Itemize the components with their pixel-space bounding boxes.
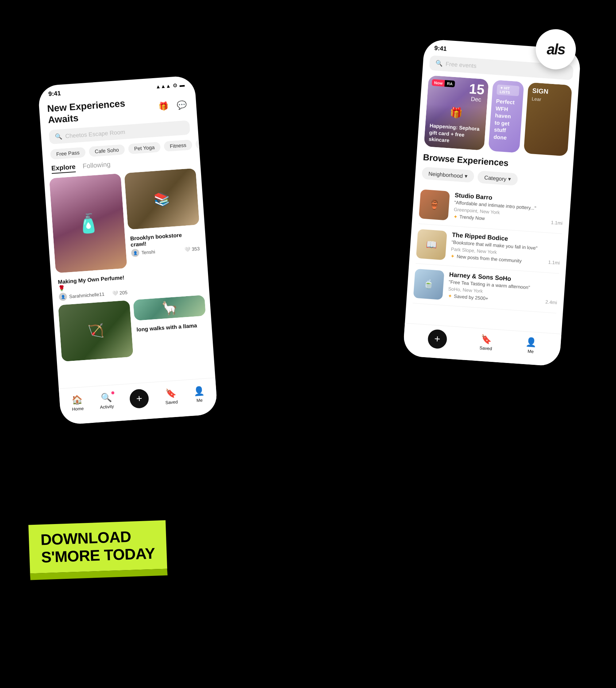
left-phone: 9:41 ▲▲▲ ⊙ ▬ New Experiences Awaits 🎁 💬 … [38, 75, 218, 425]
post-bookstore[interactable]: 📚 [124, 168, 199, 230]
post-llama[interactable]: 🦙 [133, 295, 206, 321]
post-perfume[interactable]: 🧴 [49, 173, 127, 273]
tag-well[interactable]: Well [195, 139, 200, 150]
saved-icon: 🔖 [165, 387, 177, 398]
studio-barro-thumb: 🏺 [419, 189, 450, 220]
sign-sub: Lear [532, 96, 567, 104]
llama-caption: long walks with a llama [135, 319, 207, 334]
download-banner: DOWNLOAD S'MORE TODAY [28, 520, 167, 574]
tag-cafe-soho[interactable]: Cafe Soho [89, 144, 125, 157]
right-bottom-nav: + 🔖 Saved 👤 Me [403, 323, 561, 367]
nav-saved[interactable]: 🔖 Saved [164, 387, 178, 405]
harney-sons-info: Harney & Sons SoHo "Free Tea Tasting in … [447, 271, 559, 306]
nav-activity-label: Activity [100, 404, 114, 410]
bookstore-username: Tenshi [141, 249, 155, 256]
studio-barro-distance: 1.1mi [551, 220, 563, 226]
sign-text: SIGN [532, 87, 567, 97]
right-saved-icon: 🔖 [481, 333, 492, 344]
nav-add-button[interactable]: + [129, 389, 150, 409]
me-icon: 👤 [193, 386, 205, 397]
logo-circle: als [536, 29, 576, 69]
bookstore-caption: Brooklyn bookstore crawl! 👤 Tenshi 🤍 353 [128, 228, 201, 258]
left-time: 9:41 [48, 90, 61, 98]
header-icons: 🎁 💬 [157, 98, 189, 114]
right-me-icon: 👤 [525, 337, 537, 348]
search-placeholder: Cheetos Escape Room [65, 129, 125, 139]
chevron-down-icon-2: ▾ [508, 176, 511, 183]
battery-icon: ▬ [179, 82, 185, 88]
bookstore-likes: 🤍 353 [184, 246, 200, 252]
harney-sons-distance: 2.4mi [545, 299, 557, 305]
tab-explore[interactable]: Explore [51, 163, 76, 174]
card-now-text: Happening: Sephora gift card + free skin… [428, 122, 481, 146]
harney-sons-badge: ✦ Saved by 2500+ [447, 293, 488, 302]
search-icon: 🔍 [55, 133, 62, 140]
left-bottom-nav: 🏠 Home 🔍 Activity + 🔖 Saved 👤 Me [59, 378, 218, 425]
chevron-down-icon: ▾ [465, 173, 468, 180]
tag-free-pass[interactable]: Free Pass [50, 147, 86, 160]
studio-barro-info: Studio Barro "Affordable and intimate in… [453, 192, 565, 227]
tag-pet-yoga[interactable]: Pet Yoga [128, 142, 161, 154]
page-title: New Experiences Awaits [47, 96, 158, 126]
nav-home[interactable]: 🏠 Home [71, 394, 84, 412]
harney-sons-thumb: 🍵 [413, 269, 444, 300]
perfume-caption: Making My Own Perfume!🌹 👤 Sarahmichelle1… [56, 271, 129, 302]
right-nav-add-button[interactable]: + [427, 329, 448, 349]
cards-row: 🎁 Now RA 15 Dec Happening: Sephora gift … [417, 75, 579, 163]
activity-icon: 🔍 [100, 392, 112, 403]
wifi-icon: ⊙ [173, 82, 177, 88]
left-status-icons: ▲▲▲ ⊙ ▬ [155, 82, 185, 90]
right-phone: 9:41 ▲▲▲ ⊙ ▬ 🔍 Free events 🎁 Now RA 15 D… [403, 39, 581, 367]
nav-me[interactable]: 👤 Me [193, 386, 205, 403]
hitlist-badge: ✦ HIT LISTS [497, 84, 520, 96]
card-date: 15 Dec [468, 82, 485, 103]
ripped-bodice-thumb: 📖 [416, 229, 447, 260]
nav-activity[interactable]: 🔍 Activity [99, 392, 114, 410]
perfume-username: Sarahmichelle11 [69, 291, 105, 299]
card-sign[interactable]: SIGN Lear [524, 82, 572, 156]
tenshi-avatar: 👤 [131, 249, 139, 257]
llama-title: long walks with a llama [136, 322, 205, 333]
right-nav-saved[interactable]: 🔖 Saved [480, 333, 493, 351]
right-nav-me-label: Me [527, 348, 534, 354]
card-hitlist[interactable]: ✦ HIT LISTS Perfect WFH haven to get stu… [488, 80, 524, 153]
studio-barro-badge: ✦ Trendy Now [453, 214, 485, 222]
ripped-bodice-distance: 1.1mi [548, 260, 560, 266]
right-time: 9:41 [434, 45, 447, 53]
post-archery[interactable]: 🏹 [58, 300, 133, 362]
ripped-bodice-info: The Ripped Bodice "Bookstore that will m… [450, 232, 562, 267]
right-search-placeholder: Free events [446, 61, 477, 69]
perfume-likes: 🤍 205 [112, 290, 127, 296]
sarahmichelle-avatar: 👤 [59, 293, 67, 301]
message-icon[interactable]: 💬 [174, 98, 188, 112]
card-now[interactable]: 🎁 Now RA 15 Dec Happening: Sephora gift … [424, 75, 489, 150]
signal-icon: ▲▲▲ [155, 83, 171, 90]
right-search-icon: 🔍 [435, 60, 443, 67]
gift-icon[interactable]: 🎁 [157, 99, 170, 113]
hitlist-text: Perfect WFH haven to get stuff done [493, 98, 519, 142]
tab-following[interactable]: Following [82, 161, 111, 172]
nav-me-label: Me [196, 397, 203, 403]
tag-fitness[interactable]: Fitness [164, 139, 193, 152]
right-nav-me[interactable]: 👤 Me [525, 337, 537, 354]
home-icon: 🏠 [72, 394, 83, 405]
experience-list: 🏺 Studio Barro "Affordable and intimate … [406, 184, 571, 314]
nav-home-label: Home [72, 406, 84, 412]
nav-saved-label: Saved [165, 399, 178, 405]
filter-category[interactable]: Category ▾ [477, 171, 518, 186]
right-nav-saved-label: Saved [480, 345, 492, 351]
